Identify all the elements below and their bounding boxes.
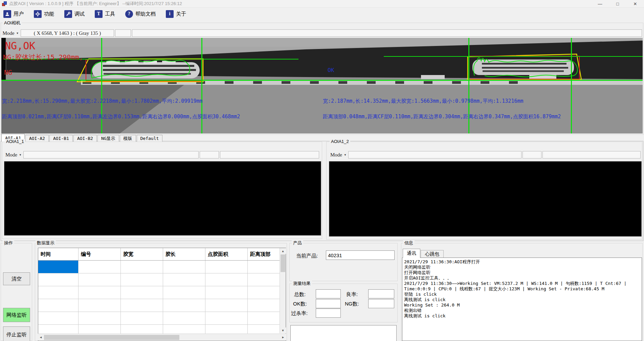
scroll-right-icon[interactable]: ► <box>280 334 286 340</box>
clear-button[interactable]: 清空 <box>3 272 30 285</box>
panel2-field-2 <box>523 151 541 159</box>
tool-t-icon: T <box>95 10 103 18</box>
camera-group-label: AOI相机 <box>3 20 22 26</box>
ng-count-label: NG数: <box>345 301 359 307</box>
measure-right-line2: 距离顶部0.048mm,距离CF层0.110mm,距离左边界0.304mm,距离… <box>323 114 561 120</box>
panel1-mode-dropdown[interactable]: Mode ▼ <box>5 151 22 159</box>
toolbar-user-button[interactable]: 用户 <box>3 10 24 18</box>
scroll-left-icon[interactable]: ◄ <box>38 334 44 340</box>
tab-aoi-b2[interactable]: AOI-B2 <box>73 135 97 142</box>
toolbar-about-label: 关于 <box>176 11 186 17</box>
col-time[interactable]: 时间 <box>38 248 79 260</box>
comms-log[interactable]: 2021/7/29 11:36:30:AOI程序打开 关闭网络监听 打开网络监听… <box>402 258 642 341</box>
close-button[interactable]: ✕ <box>626 0 644 8</box>
total-field <box>316 289 341 298</box>
yield-field <box>368 289 394 298</box>
panel2-image-view[interactable] <box>329 161 642 237</box>
tab-heartbeat[interactable]: 心跳包 <box>421 250 444 258</box>
data-group-label: 数据显示 <box>36 240 56 246</box>
panel1-image-view[interactable] <box>4 161 321 236</box>
maximize-button[interactable]: □ <box>609 0 626 8</box>
chevron-down-icon: ▼ <box>19 153 22 156</box>
panel2-mode-dropdown[interactable]: Mode ▼ <box>330 151 347 159</box>
title-bar: 点胶AOI [ Version : 1.0.0.9 ] 程序 【当前用户: En… <box>0 0 644 8</box>
tab-comms[interactable]: 通讯 <box>403 249 420 258</box>
measure-left-line1: 宽:2.218mm,长:15.290mm,最大胶宽:2.2218mm,最小:1.… <box>2 98 203 104</box>
ok-count-field <box>316 299 341 308</box>
wrench-icon <box>64 10 72 18</box>
col-glue-area[interactable]: 点胶面积 <box>205 248 248 260</box>
ok-count-label: OK数: <box>293 301 307 307</box>
panel2-group-label: AOIA1_2 <box>330 139 350 144</box>
camera-mode-label: Mode <box>3 30 15 36</box>
camera-info-field-1 <box>115 29 131 37</box>
col-top-distance[interactable]: 距离顶部 <box>248 248 280 260</box>
table-row[interactable] <box>38 286 286 299</box>
table-horizontal-scrollbar[interactable]: ◄ ► <box>38 334 286 340</box>
log-line: 2021/7/29 11:36:30——>Working Set: VM:523… <box>404 281 640 286</box>
overkill-field <box>316 309 341 318</box>
data-table-header: 时间 编号 胶宽 胶长 点胶面积 距离顶部 <box>38 248 286 261</box>
aoi-tab-strip: AOI-A1 AOI-A2 AOI-B1 AOI-B2 NG显示 模版 Defa… <box>1 134 163 142</box>
toolbar-debug-label: 调试 <box>74 11 85 17</box>
product-group-label: 产品 <box>292 240 303 246</box>
toolbar-debug-button[interactable]: 调试 <box>64 10 85 18</box>
tab-template[interactable]: 模版 <box>120 135 136 142</box>
toolbar-tools-button[interactable]: T 工具 <box>95 10 115 18</box>
tab-aoi-a2[interactable]: AOI-A2 <box>25 135 49 142</box>
table-row[interactable] <box>38 299 286 312</box>
product-extra-box <box>290 325 397 341</box>
col-glue-length[interactable]: 胶长 <box>163 248 205 260</box>
measure-right-line1: 宽:2.187mm,长:14.352mm,最大胶宽:1.5663mm,最小:0.… <box>323 98 524 104</box>
scroll-up-icon[interactable]: ▲ <box>280 248 286 254</box>
log-line: 关闭网络监听 <box>404 265 640 270</box>
overkill-label: 过杀率: <box>291 310 308 317</box>
log-line: 登陆 is click <box>404 292 640 297</box>
product-group-box <box>289 243 398 281</box>
camera-info-field-2 <box>132 29 642 37</box>
camera-mode-dropdown[interactable]: Mode ▼ <box>2 29 20 37</box>
toolbar-function-button[interactable]: 功能 <box>34 10 54 18</box>
window-title: 点胶AOI [ Version : 1.0.0.9 ] 程序 【当前用户: En… <box>9 1 182 7</box>
scrollbar-thumb[interactable] <box>281 254 285 272</box>
camera-coords-readout: ( X 6568, Y 1463 ) : ( Gray 135 ) <box>21 29 114 37</box>
table-row[interactable] <box>38 273 286 286</box>
selected-cell[interactable] <box>38 261 79 273</box>
col-id[interactable]: 编号 <box>79 248 121 260</box>
panel2-field-1 <box>348 151 521 159</box>
toolbar-function-label: 功能 <box>44 11 54 17</box>
panel2-mode-label: Mode <box>330 152 342 158</box>
log-line: Working Set : 264.0 M <box>404 302 640 308</box>
camera-ng-reason-text: NG:胶体过长:15.290mm, <box>3 53 83 62</box>
table-row[interactable] <box>38 312 286 325</box>
log-line: 离线测试 is click <box>404 297 640 302</box>
tab-ng-display[interactable]: NG显示 <box>97 135 119 142</box>
operation-group-label: 操作 <box>3 240 14 246</box>
chevron-down-icon: ▼ <box>344 153 347 156</box>
current-product-field[interactable]: 40231 <box>326 250 395 260</box>
scrollbar-thumb[interactable] <box>44 335 179 340</box>
log-line: 离线测试 is click <box>404 313 640 319</box>
panel1-field-1 <box>23 151 199 159</box>
info-group-label: 信息 <box>403 240 415 246</box>
tab-aoi-b1[interactable]: AOI-B1 <box>49 135 73 142</box>
panel1-group-label: AOIA1_1 <box>5 139 25 144</box>
stop-listen-button[interactable]: 停止监听 <box>3 326 30 341</box>
col-glue-width[interactable]: 胶宽 <box>121 248 163 260</box>
results-group-label: 测量结果 <box>292 281 312 287</box>
toolbar-about-button[interactable]: i 关于 <box>166 10 186 18</box>
network-listen-button[interactable]: 网络监听 <box>3 308 30 322</box>
gear-icon <box>34 10 42 18</box>
toolbar-tools-label: 工具 <box>105 11 115 17</box>
measure-left-line2: 距离顶部0.021mm,距离CF层0.110mm,距离左边界0.153mm,距离… <box>2 114 240 120</box>
tab-default[interactable]: Default <box>137 135 163 142</box>
table-row[interactable] <box>38 261 286 273</box>
data-table: 时间 编号 胶宽 胶长 点胶面积 距离顶部 <box>38 248 286 341</box>
table-vertical-scrollbar[interactable]: ▲ ▼ <box>280 248 286 333</box>
scroll-down-icon[interactable]: ▼ <box>280 327 286 333</box>
camera-image[interactable]: NG,OK NG:胶体过长:15.290mm, NG OK 宽:2.218mm,… <box>1 38 643 133</box>
panel2-field-3 <box>542 151 641 159</box>
minimize-button[interactable]: — <box>591 0 609 8</box>
toolbar-help-button[interactable]: ? 帮助文档 <box>125 10 156 18</box>
camera-ng-flag-text: NG <box>4 68 12 76</box>
